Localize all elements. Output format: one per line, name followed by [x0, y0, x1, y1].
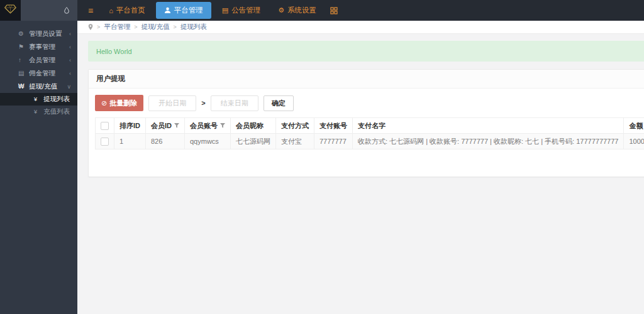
cell-pay-account: 7777777: [314, 134, 353, 149]
won-icon: ₩: [18, 83, 29, 90]
sidebar-item-label: 佣金管理: [29, 69, 69, 78]
col-account-label: 会员账号: [190, 121, 218, 131]
member-icon: ↑: [18, 57, 29, 63]
withdraw-table: 排序ID 会员ID 会员账号 会员昵称 支付方式 支付账号 支付: [95, 117, 644, 149]
col-amount: 金额: [624, 118, 644, 134]
yen-icon: ¥: [34, 109, 43, 115]
gear-icon: ⚙: [278, 6, 284, 14]
sidebar-submenu: ¥ 提现列表 ¥ 充值列表: [0, 93, 77, 118]
location-pin-icon: [88, 24, 93, 30]
sidebar-header: [0, 0, 77, 21]
card-body: ⊘ 批量删除 > 确定 排序ID: [89, 89, 644, 176]
table-row: 1 826 qqymwcs 七七源码网 支付宝 7777777 收款方式: 七七…: [96, 134, 644, 149]
chevron-down-icon: ∨: [67, 84, 71, 90]
nav-item-system-settings[interactable]: ⚙ 系统设置: [269, 0, 325, 21]
card-title: 用户提现: [96, 74, 125, 84]
table-header-row: 排序ID 会员ID 会员账号 会员昵称 支付方式 支付账号 支付: [96, 118, 644, 134]
announcement-icon: ▤: [222, 6, 228, 14]
breadcrumb-platform-management[interactable]: 平台管理: [104, 23, 130, 31]
col-member-id-label: 会员ID: [151, 121, 172, 131]
sidebar: ⚙ 管理员设置 ‹ ⚑ 赛事管理 ‹ ↑ 会员管理 ‹ ▤ 佣金管理 ‹ ₩ 提: [0, 0, 77, 314]
sidebar-item-label: 赛事管理: [29, 43, 69, 51]
sidebar-item-label: 提现列表: [43, 95, 71, 104]
nav-item-label: 公告管理: [231, 6, 260, 15]
cell-nickname: 七七源码网: [231, 134, 276, 149]
nav-item-home[interactable]: ⌂ 平台首页: [100, 0, 154, 21]
cell-amount: 10000: [624, 134, 644, 149]
nav-item-label: 平台管理: [174, 6, 203, 15]
breadcrumb-withdraw-list[interactable]: 提现列表: [180, 23, 207, 31]
sidebar-item-commission-management[interactable]: ▤ 佣金管理 ‹: [0, 67, 77, 80]
sidebar-item-label: 提现/充值: [29, 82, 67, 91]
cell-sort-id: 1: [114, 134, 146, 149]
batch-delete-button[interactable]: ⊘ 批量删除: [95, 95, 143, 111]
breadcrumb-separator: >: [173, 24, 176, 30]
sidebar-item-label: 充值列表: [43, 107, 71, 116]
commission-icon: ▤: [18, 70, 29, 77]
sidebar-item-member-management[interactable]: ↑ 会员管理 ‹: [0, 53, 77, 67]
sidebar-item-withdraw-list[interactable]: ¥ 提现列表: [0, 93, 77, 106]
main-area: ≡ ⌂ 平台首页 平台管理 ▤ 公告管理 ⚙ 系统设置: [77, 0, 644, 314]
alert-banner: Hello World ×: [88, 41, 644, 62]
col-account: 会员账号: [185, 118, 231, 134]
ban-icon: ⊘: [101, 99, 107, 107]
admin-settings-icon: ⚙: [18, 30, 29, 37]
sidebar-menu: ⚙ 管理员设置 ‹ ⚑ 赛事管理 ‹ ↑ 会员管理 ‹ ▤ 佣金管理 ‹ ₩ 提: [0, 21, 77, 118]
breadcrumb-withdraw-recharge[interactable]: 提现/充值: [142, 23, 170, 31]
home-icon: ⌂: [109, 7, 113, 14]
cell-member-id: 826: [146, 134, 185, 149]
row-select-cell: [96, 134, 114, 149]
app-logo[interactable]: [0, 0, 21, 21]
sidebar-item-recharge-list[interactable]: ¥ 充值列表: [0, 106, 77, 118]
nav-item-label: 平台首页: [116, 6, 145, 15]
nav-item-platform-management[interactable]: 平台管理: [156, 2, 211, 19]
cell-pay-method: 支付宝: [276, 134, 314, 149]
sidebar-item-withdraw-recharge[interactable]: ₩ 提现/充值 ∨: [0, 80, 77, 93]
chevron-left-icon: ‹: [69, 44, 71, 50]
card-header: 用户提现: [89, 70, 644, 89]
nav-item-label: 系统设置: [287, 6, 316, 15]
app-window: ⚙ 管理员设置 ‹ ⚑ 赛事管理 ‹ ↑ 会员管理 ‹ ▤ 佣金管理 ‹ ₩ 提: [0, 0, 644, 314]
sidebar-item-label: 管理员设置: [29, 30, 69, 38]
sidebar-item-match-management[interactable]: ⚑ 赛事管理 ‹: [0, 40, 77, 53]
droplet-icon[interactable]: [64, 5, 69, 16]
breadcrumb: > 平台管理 > 提现/充值 > 提现列表: [77, 21, 644, 34]
batch-delete-label: 批量删除: [109, 99, 137, 108]
nav-item-announcement-management[interactable]: ▤ 公告管理: [213, 0, 269, 21]
match-icon: ⚑: [18, 43, 29, 50]
start-date-input[interactable]: [148, 95, 196, 111]
diamond-logo-icon: [4, 4, 16, 16]
alert-message: Hello World: [96, 48, 132, 55]
chevron-left-icon: ‹: [69, 70, 71, 77]
grid-icon[interactable]: [330, 7, 338, 14]
chevron-left-icon: ‹: [69, 57, 71, 63]
col-pay-account: 支付账号: [314, 118, 353, 134]
col-sort-id: 排序ID: [114, 118, 146, 134]
col-member-id: 会员ID: [146, 118, 185, 134]
select-all-header: [96, 118, 114, 134]
col-pay-name: 支付名字: [353, 118, 624, 134]
user-icon: [164, 7, 171, 14]
cell-account: qqymwcs: [185, 134, 231, 149]
confirm-button[interactable]: 确定: [264, 95, 294, 111]
sidebar-item-label: 会员管理: [29, 56, 69, 65]
row-checkbox[interactable]: [101, 138, 109, 146]
content-area: Hello World × 用户提现: [77, 34, 644, 314]
top-navbar: ≡ ⌂ 平台首页 平台管理 ▤ 公告管理 ⚙ 系统设置: [77, 0, 644, 21]
date-range-separator: >: [201, 99, 205, 107]
end-date-input[interactable]: [211, 95, 258, 111]
hamburger-icon[interactable]: ≡: [81, 6, 100, 16]
breadcrumb-separator: >: [97, 24, 100, 30]
chevron-left-icon: ‹: [69, 31, 71, 37]
table-toolbar: ⊘ 批量删除 > 确定: [95, 95, 644, 111]
sidebar-item-admin-settings[interactable]: ⚙ 管理员设置 ‹: [0, 27, 77, 40]
filter-icon[interactable]: [220, 122, 225, 129]
yen-icon: ¥: [34, 96, 43, 102]
pagination: / 1 页，共 1 条数据，每页显示数量: [95, 156, 644, 170]
cell-pay-name: 收款方式: 七七源码网 | 收款账号: 7777777 | 收款昵称: 七七 |…: [353, 134, 624, 149]
breadcrumb-separator: >: [134, 24, 137, 30]
user-withdraw-card: 用户提现 ⊘ 批量删除: [88, 69, 644, 177]
col-pay-method: 支付方式: [276, 118, 314, 134]
select-all-checkbox[interactable]: [101, 122, 109, 130]
filter-icon[interactable]: [174, 122, 179, 129]
